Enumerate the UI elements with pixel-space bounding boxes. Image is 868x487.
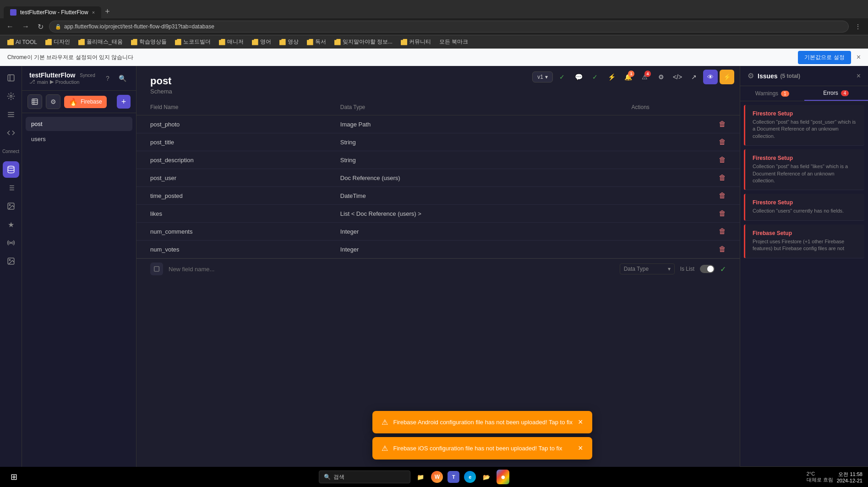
chrome-prompt-close-button[interactable]: × — [857, 53, 861, 61]
bookmark-all[interactable]: 모든 북마크 — [436, 37, 472, 47]
extensions-icon[interactable]: ⋮ — [852, 20, 864, 33]
delete-field-button[interactable]: 🗑 — [719, 245, 726, 253]
bookmark-label: 학습영상들 — [139, 38, 167, 46]
external-icon-btn[interactable]: ↗ — [687, 70, 701, 84]
start-button[interactable]: ⊞ — [5, 469, 22, 485]
left-icon-navigation[interactable] — [3, 106, 19, 123]
left-icon-integrations[interactable] — [3, 235, 19, 251]
project-name: testFlutterFlow — [29, 71, 75, 79]
delete-field-button[interactable]: 🗑 — [719, 156, 726, 164]
delete-field-button[interactable]: 🗑 — [719, 209, 726, 218]
toast-ios-close[interactable]: × — [578, 443, 583, 453]
add-collection-button[interactable]: + — [117, 95, 131, 109]
help-button[interactable]: ? — [101, 72, 114, 85]
toast-ios[interactable]: ⚠ Firebase iOS configuration file has no… — [372, 437, 592, 460]
bookmark-video[interactable]: 영상 — [276, 37, 302, 47]
tab-warnings[interactable]: Warnings 1 — [740, 86, 804, 101]
collection-item-post[interactable]: post — [26, 117, 132, 131]
app-layout: Connect ★ ⚙ testFlutterFlow Synced — [0, 66, 868, 487]
toolbar-orange-badge[interactable]: 🔔 1 — [621, 70, 635, 84]
bookmark-ai-tool[interactable]: AI TOOL — [4, 38, 41, 47]
check-icon-btn[interactable]: ✓ — [555, 70, 569, 84]
bookmark-study[interactable]: 학습영상들 — [127, 37, 170, 47]
left-icon-media[interactable] — [3, 198, 19, 214]
eye-icon-btn[interactable]: 👁 — [703, 70, 718, 84]
bookmark-nocode[interactable]: 노코드빌더 — [171, 37, 214, 47]
bookmark-english[interactable]: 영어 — [248, 37, 275, 47]
back-button[interactable]: ← — [4, 21, 16, 33]
chat-icon-btn[interactable]: 💬 — [571, 70, 586, 84]
delete-field-button[interactable]: 🗑 — [719, 138, 726, 146]
issue-desc: Collection "post" has field "likes" whic… — [753, 163, 857, 184]
bookmark-poly[interactable]: 폴리매스_태움 — [75, 37, 126, 47]
settings-tab-btn[interactable]: ⚙ — [46, 94, 60, 109]
bookmark-label: 잊지말아야할 정보... — [343, 38, 393, 46]
bookmark-community[interactable]: 커뮤니티 — [397, 37, 435, 47]
field-name-cell: post_user — [136, 169, 327, 187]
toolbar-red-badge[interactable]: ⚠ 4 — [637, 70, 652, 84]
taskbar-right: 2°C 대체로 흐림 오전 11:58 2024-12-21 — [807, 471, 863, 483]
data-type-select[interactable]: Data Type ▾ — [620, 263, 675, 274]
version-badge[interactable]: v1 ▾ — [532, 71, 553, 82]
bookmark-folder-icon — [219, 39, 225, 45]
taskbar-google-chrome[interactable]: ● — [497, 471, 509, 483]
lightning-icon-btn[interactable]: ⚡ — [604, 70, 619, 84]
forward-button[interactable]: → — [19, 21, 32, 33]
bookmark-manager[interactable]: 매니저 — [215, 37, 247, 47]
svg-rect-0 — [8, 75, 14, 81]
left-icon-database[interactable] — [3, 161, 19, 178]
bookmark-reading[interactable]: 독서 — [303, 37, 330, 47]
new-field-name-input[interactable] — [169, 266, 614, 273]
taskbar-windows[interactable]: W — [431, 471, 443, 483]
search-button[interactable]: 🔍 — [116, 72, 129, 85]
toast-android[interactable]: ⚠ Firebase Android configuration file ha… — [372, 411, 592, 433]
left-icon-components[interactable] — [3, 88, 19, 104]
delete-field-button[interactable]: 🗑 — [719, 120, 726, 128]
collection-item-users[interactable]: users — [26, 132, 132, 146]
set-default-button[interactable]: 기본값으로 설정 — [798, 51, 851, 64]
active-tab[interactable]: testFlutterFlow - FlutterFlow × — [4, 6, 101, 18]
issues-close-button[interactable]: × — [857, 72, 861, 80]
taskbar-teams[interactable]: T — [447, 471, 460, 483]
check2-icon-btn[interactable]: ✓ — [588, 70, 602, 84]
confirm-new-field-button[interactable]: ✓ — [720, 265, 726, 274]
tab-errors[interactable]: Errors 4 — [804, 86, 868, 101]
svg-point-6 — [8, 166, 14, 169]
taskbar-explorer[interactable]: 📂 — [480, 471, 493, 483]
gear-toolbar-btn[interactable]: ⚙ — [654, 70, 668, 84]
taskbar-edge[interactable]: e — [464, 471, 476, 483]
left-icon-list[interactable] — [3, 180, 19, 196]
version-label: v1 — [537, 74, 543, 80]
taskbar-files[interactable]: 📁 — [414, 471, 427, 483]
reload-button[interactable]: ↻ — [35, 21, 46, 33]
delete-field-button[interactable]: 🗑 — [719, 192, 726, 200]
is-list-toggle[interactable] — [700, 265, 715, 273]
address-bar[interactable]: 🔒 app.flutterflow.io/project/test-flutte… — [49, 21, 849, 33]
table-row: time_posted DateTime 🗑 — [136, 187, 740, 205]
bookmark-design[interactable]: 디자인 — [42, 37, 74, 47]
left-icon-photo[interactable] — [3, 253, 19, 269]
left-icon-star[interactable]: ★ — [3, 216, 19, 233]
errors-label: Errors — [823, 90, 838, 96]
toast-container: ⚠ Firebase Android configuration file ha… — [372, 411, 592, 460]
field-name-cell: post_description — [136, 151, 327, 169]
toast-android-close[interactable]: × — [578, 417, 583, 427]
bookmark-remember[interactable]: 잊지말아야할 정보... — [331, 37, 396, 47]
tab-close-btn[interactable]: × — [92, 10, 95, 15]
left-icon-logic[interactable] — [3, 125, 19, 141]
firebase-badge[interactable]: 🔥 Firebase — [64, 96, 107, 108]
issue-title: Firestore Setup — [753, 155, 857, 161]
code-icon-btn[interactable]: </> — [670, 70, 685, 84]
delete-field-button[interactable]: 🗑 — [719, 227, 726, 235]
new-field-icon[interactable] — [150, 263, 163, 275]
taskbar-search[interactable]: 🔍 검색 — [319, 471, 410, 483]
bookmark-folder-icon — [279, 39, 286, 45]
new-tab-button[interactable]: + — [101, 5, 114, 18]
main-content: v1 ▾ ✓ 💬 ✓ ⚡ 🔔 1 ⚠ 4 ⚙ </> ↗ 👁 — [136, 66, 740, 487]
delete-field-button[interactable]: 🗑 — [719, 174, 726, 182]
zap-icon-btn[interactable]: ⚡ — [720, 70, 734, 84]
left-icon-pages[interactable] — [3, 70, 19, 86]
bookmark-folder-icon — [307, 39, 313, 45]
table-view-btn[interactable] — [27, 94, 42, 109]
schema-subtitle: Schema — [150, 88, 726, 95]
